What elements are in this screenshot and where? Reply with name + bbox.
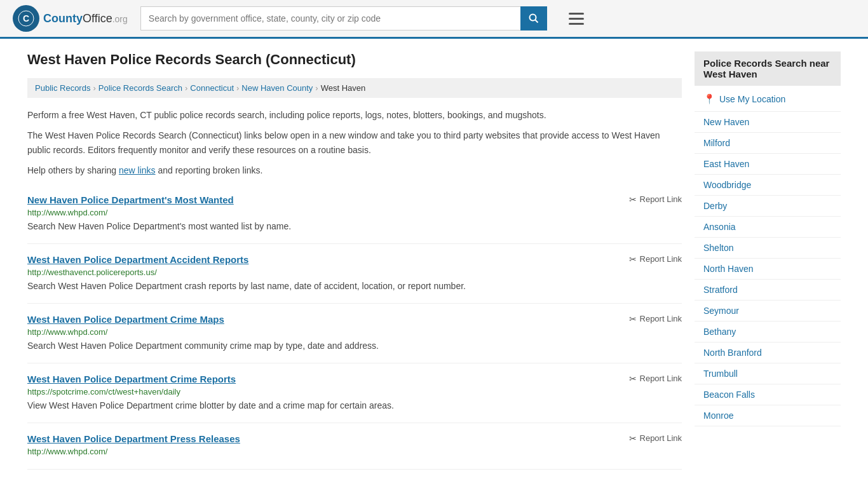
new-links-link[interactable]: new links [119, 165, 156, 175]
nearby-cities-list: New HavenMilfordEast HavenWoodbridgeDerb… [695, 112, 841, 426]
logo-icon: C [13, 5, 39, 32]
sidebar-city-north-branford[interactable]: North Branford [695, 342, 841, 363]
content-area: West Haven Police Records Search (Connec… [27, 51, 682, 470]
result-item: West Haven Police Department Crime Maps … [27, 304, 682, 363]
use-my-location[interactable]: 📍 Use My Location [695, 87, 841, 112]
result-item: West Haven Police Department Accident Re… [27, 244, 682, 304]
sidebar: Police Records Search near West Haven 📍 … [695, 51, 841, 470]
results-list: New Haven Police Department's Most Wante… [27, 184, 682, 470]
logo-text: CountyOffice.org [43, 12, 128, 25]
result-item: New Haven Police Department's Most Wante… [27, 184, 682, 244]
breadcrumb-connecticut[interactable]: Connecticut [190, 83, 234, 93]
list-item: Stratford [695, 280, 841, 301]
result-item: West Haven Police Department Crime Repor… [27, 363, 682, 423]
sidebar-city-stratford[interactable]: Stratford [695, 280, 841, 300]
result-item: West Haven Police Department Press Relea… [27, 423, 682, 470]
list-item: North Branford [695, 342, 841, 363]
breadcrumb-police-records-search[interactable]: Police Records Search [98, 83, 182, 93]
page-title: West Haven Police Records Search (Connec… [27, 51, 682, 68]
result-title-1[interactable]: West Haven Police Department Accident Re… [27, 254, 248, 265]
search-bar [140, 6, 547, 30]
sidebar-city-new-haven[interactable]: New Haven [695, 112, 841, 132]
search-input[interactable] [140, 6, 520, 30]
list-item: Milford [695, 133, 841, 154]
site-logo[interactable]: C CountyOffice.org [13, 5, 128, 32]
breadcrumb-public-records[interactable]: Public Records [35, 83, 90, 93]
sidebar-city-ansonia[interactable]: Ansonia [695, 217, 841, 237]
result-url-0[interactable]: http://www.whpd.com/ [27, 208, 682, 217]
list-item: East Haven [695, 154, 841, 175]
report-icon-4: ✂ [629, 433, 637, 444]
list-item: Monroe [695, 405, 841, 426]
list-item: New Haven [695, 112, 841, 133]
result-url-2[interactable]: http://www.whpd.com/ [27, 327, 682, 337]
result-desc-2: Search West Haven Police Department comm… [27, 339, 682, 353]
description-1: Perform a free West Haven, CT public pol… [27, 108, 682, 122]
sidebar-city-shelton[interactable]: Shelton [695, 238, 841, 258]
main-content: West Haven Police Records Search (Connec… [15, 39, 853, 482]
report-link-button-4[interactable]: ✂ Report Link [629, 433, 682, 444]
report-icon-2: ✂ [629, 314, 637, 324]
sidebar-city-derby[interactable]: Derby [695, 196, 841, 216]
list-item: Seymour [695, 301, 841, 322]
report-link-button-0[interactable]: ✂ Report Link [629, 194, 682, 205]
svg-line-3 [535, 20, 538, 23]
report-icon-1: ✂ [629, 254, 637, 264]
list-item: North Haven [695, 259, 841, 280]
report-icon-0: ✂ [629, 194, 637, 205]
list-item: Beacon Falls [695, 384, 841, 405]
description-2: The West Haven Police Records Search (Co… [27, 128, 682, 157]
sidebar-city-east-haven[interactable]: East Haven [695, 154, 841, 174]
result-title-0[interactable]: New Haven Police Department's Most Wante… [27, 194, 234, 205]
breadcrumb-current: West Haven [321, 83, 366, 93]
description-3: Help others by sharing new links and rep… [27, 163, 682, 177]
sidebar-city-trumbull[interactable]: Trumbull [695, 363, 841, 384]
list-item: Shelton [695, 238, 841, 259]
result-url-1[interactable]: http://westhavenct.policereports.us/ [27, 268, 682, 277]
report-link-button-1[interactable]: ✂ Report Link [629, 254, 682, 264]
sidebar-city-woodbridge[interactable]: Woodbridge [695, 175, 841, 195]
svg-point-2 [529, 15, 536, 21]
result-desc-3: View West Haven Police Department crime … [27, 399, 682, 412]
sidebar-city-north-haven[interactable]: North Haven [695, 259, 841, 279]
result-desc-0: Search New Haven Police Department's mos… [27, 220, 682, 233]
svg-text:C: C [23, 13, 29, 24]
result-desc-1: Search West Haven Police Department cras… [27, 280, 682, 293]
report-icon-3: ✂ [629, 374, 637, 384]
site-header: C CountyOffice.org [0, 0, 868, 39]
breadcrumb: Public Records › Police Records Search ›… [27, 78, 682, 98]
sidebar-city-monroe[interactable]: Monroe [695, 405, 841, 426]
list-item: Ansonia [695, 217, 841, 238]
result-url-3[interactable]: https://spotcrime.com/ct/west+haven/dail… [27, 387, 682, 396]
list-item: Trumbull [695, 363, 841, 384]
sidebar-city-seymour[interactable]: Seymour [695, 301, 841, 321]
report-link-button-2[interactable]: ✂ Report Link [629, 314, 682, 324]
sidebar-city-bethany[interactable]: Bethany [695, 322, 841, 342]
result-url-4[interactable]: http://www.whpd.com/ [27, 447, 682, 456]
hamburger-menu-button[interactable] [565, 9, 588, 29]
result-title-4[interactable]: West Haven Police Department Press Relea… [27, 433, 240, 444]
list-item: Woodbridge [695, 175, 841, 196]
result-title-3[interactable]: West Haven Police Department Crime Repor… [27, 374, 236, 384]
breadcrumb-new-haven-county[interactable]: New Haven County [241, 83, 313, 93]
list-item: Bethany [695, 322, 841, 342]
result-title-2[interactable]: West Haven Police Department Crime Maps [27, 314, 224, 325]
report-link-button-3[interactable]: ✂ Report Link [629, 374, 682, 384]
search-button[interactable] [520, 6, 547, 30]
sidebar-city-beacon-falls[interactable]: Beacon Falls [695, 384, 841, 405]
sidebar-title: Police Records Search near West Haven [695, 51, 841, 86]
list-item: Derby [695, 196, 841, 217]
sidebar-city-milford[interactable]: Milford [695, 133, 841, 153]
location-icon: 📍 [703, 93, 715, 105]
